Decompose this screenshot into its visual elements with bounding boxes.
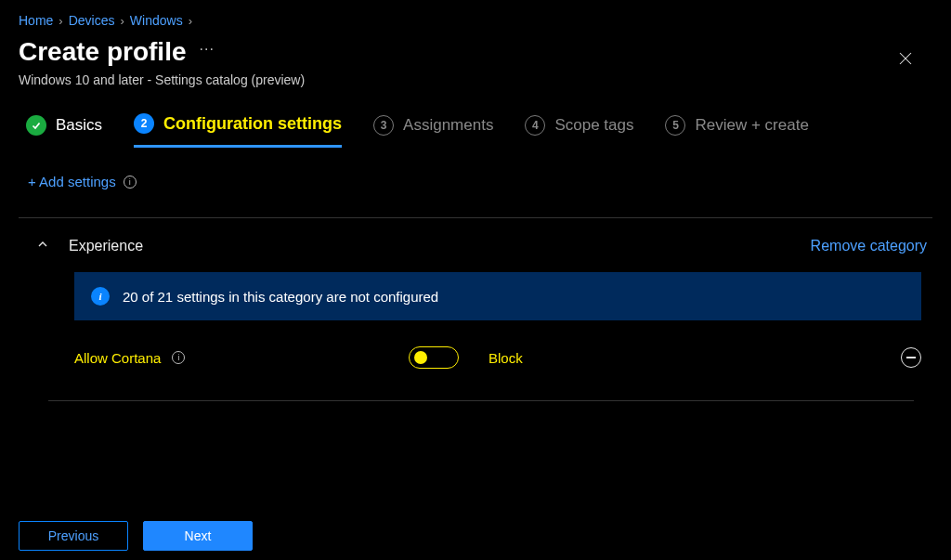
remove-setting-button[interactable] [901,347,921,368]
category-header-left: Experience [35,237,143,255]
step-number-icon: 2 [134,113,154,134]
divider [19,217,932,218]
step-configuration-settings[interactable]: 2 Configuration settings [134,113,342,148]
step-review-create[interactable]: 5 Review + create [665,115,808,147]
close-icon [897,50,914,67]
page-header: Create profile ··· Windows 10 and later … [0,28,951,93]
step-basics[interactable]: Basics [26,115,102,147]
more-actions-button[interactable]: ··· [200,41,215,63]
previous-button[interactable]: Previous [19,521,128,551]
category-header: Experience Remove category [19,233,932,272]
toggle-value-label: Block [489,350,523,366]
setting-row-allow-cortana: Allow Cortana i Block [19,320,932,395]
toggle-knob-icon [414,351,427,364]
remove-category-button[interactable]: Remove category [811,238,927,254]
info-banner: i 20 of 21 settings in this category are… [74,272,921,320]
chevron-up-icon [35,237,50,252]
setting-name: Allow Cortana i [74,350,390,366]
setting-toggle[interactable] [409,346,459,369]
wizard-footer: Previous Next [0,521,253,560]
title-row: Create profile ··· [19,37,305,67]
breadcrumb-link-devices[interactable]: Devices [69,13,115,28]
step-number-icon: 5 [665,115,685,136]
breadcrumb-link-windows[interactable]: Windows [130,13,183,28]
checkmark-icon [26,115,46,136]
wizard-steps: Basics 2 Configuration settings 3 Assign… [0,93,951,148]
minus-icon [906,357,916,358]
chevron-right-icon: › [59,14,62,28]
step-scope-tags[interactable]: 4 Scope tags [525,115,633,147]
chevron-right-icon: › [189,14,192,28]
add-settings-button[interactable]: + Add settings i [28,174,137,189]
info-icon[interactable]: i [172,351,185,364]
step-assignments[interactable]: 3 Assignments [373,115,493,147]
minus-circle-icon [901,347,921,368]
collapse-category-button[interactable] [35,237,50,255]
header-left: Create profile ··· Windows 10 and later … [19,37,305,87]
info-message: 20 of 21 settings in this category are n… [123,289,438,305]
step-label: Basics [56,116,102,135]
step-label: Review + create [695,116,808,135]
breadcrumb: Home › Devices › Windows › [0,0,951,28]
step-number-icon: 3 [373,115,394,136]
info-icon[interactable]: i [124,176,137,189]
page-title: Create profile [19,37,187,67]
content-area: + Add settings i Experience Remove categ… [0,148,951,401]
page-subtitle: Windows 10 and later - Settings catalog … [19,72,305,87]
close-button[interactable] [890,43,921,78]
step-label: Configuration settings [163,114,342,134]
breadcrumb-link-home[interactable]: Home [19,13,53,28]
category-title: Experience [69,238,143,254]
divider [48,400,914,401]
step-label: Assignments [403,116,493,135]
step-label: Scope tags [554,116,633,135]
step-number-icon: 4 [525,115,545,136]
add-settings-label: + Add settings [28,174,116,189]
setting-name-text: Allow Cortana [74,350,161,366]
info-icon: i [91,287,110,306]
chevron-right-icon: › [121,14,124,28]
next-button[interactable]: Next [143,521,253,551]
